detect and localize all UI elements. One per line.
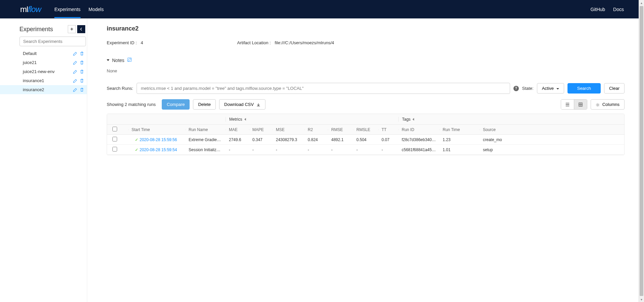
- col-run-name[interactable]: Run Name: [185, 127, 226, 132]
- tags-group[interactable]: Tags: [398, 117, 506, 122]
- columns-button[interactable]: Columns: [591, 99, 625, 110]
- trash-icon[interactable]: [80, 51, 84, 56]
- runs-table: Metrics Tags Start Time Run Name MAE MAP…: [107, 114, 625, 155]
- content-area: insurance2 Experiment ID : 4 Artifact Lo…: [87, 18, 644, 302]
- action-right: Columns: [561, 99, 625, 110]
- cell-r2: -: [304, 147, 328, 152]
- table-group-header: Metrics Tags: [107, 114, 624, 125]
- experiment-item[interactable]: insurance1: [0, 76, 87, 85]
- experiment-actions: [73, 87, 84, 92]
- col-start-time[interactable]: Start Time: [128, 127, 185, 132]
- edit-icon[interactable]: [73, 87, 78, 92]
- col-rmsle[interactable]: RMSLE: [353, 127, 378, 132]
- delete-button[interactable]: Delete: [193, 99, 216, 110]
- collapse-icon: [412, 118, 414, 121]
- edit-icon[interactable]: [73, 51, 78, 56]
- list-icon: [565, 102, 570, 107]
- experiment-actions: [73, 78, 84, 83]
- col-tt[interactable]: TT: [378, 127, 398, 132]
- edit-notes-icon[interactable]: [127, 57, 132, 63]
- status-ok-icon: ✓: [135, 147, 138, 152]
- cell-mae: -: [226, 147, 249, 152]
- state-dropdown[interactable]: Active: [537, 83, 564, 94]
- main-nav: Experiments Models: [54, 1, 591, 18]
- edit-icon[interactable]: [73, 60, 78, 65]
- collapse-icon: [244, 118, 246, 121]
- experiment-item[interactable]: Default: [0, 49, 87, 58]
- scroll-up-button[interactable]: ▴: [639, 0, 644, 5]
- experiment-item[interactable]: juice21-new-env: [0, 67, 87, 76]
- add-experiment-button[interactable]: +: [68, 25, 76, 33]
- search-experiments-input[interactable]: [19, 37, 86, 46]
- metrics-group[interactable]: Metrics: [226, 117, 398, 122]
- cell-rmsle: 0.504: [353, 137, 378, 142]
- chevron-left-icon: [80, 27, 83, 31]
- experiment-meta: Experiment ID : 4 Artifact Location : fi…: [107, 40, 625, 45]
- notes-header[interactable]: Notes: [107, 57, 625, 63]
- table-column-header: Start Time Run Name MAE MAPE MSE R2 RMSE…: [107, 125, 624, 135]
- notes-label: Notes: [112, 58, 125, 63]
- col-r2[interactable]: R2: [304, 127, 328, 132]
- col-run-time[interactable]: Run Time: [439, 127, 480, 132]
- col-run-id[interactable]: Run ID: [398, 127, 439, 132]
- help-icon[interactable]: ?: [513, 86, 519, 91]
- trash-icon[interactable]: [80, 87, 84, 92]
- run-link[interactable]: 2020-08-28 15:59:56: [140, 137, 177, 142]
- search-runs-input[interactable]: [137, 83, 510, 94]
- col-rmse[interactable]: RMSE: [328, 127, 353, 132]
- collapse-sidebar-button[interactable]: [77, 25, 85, 33]
- cell-source: create_mo: [480, 137, 506, 142]
- select-all-cell: [107, 127, 128, 132]
- list-view-button[interactable]: [561, 100, 574, 109]
- nav-experiments[interactable]: Experiments: [54, 1, 81, 18]
- col-mae[interactable]: MAE: [226, 127, 249, 132]
- experiment-name: juice21: [23, 60, 37, 65]
- caret-down-icon: [556, 88, 559, 89]
- cell-run-name: Session Initialized ...: [185, 147, 226, 152]
- search-button[interactable]: Search: [567, 83, 601, 94]
- select-all-checkbox[interactable]: [112, 127, 117, 131]
- sidebar-header: Experiments +: [19, 25, 87, 33]
- run-link[interactable]: 2020-08-28 15:59:54: [140, 147, 177, 152]
- download-csv-button[interactable]: Download CSV: [219, 99, 265, 110]
- sidebar-buttons: +: [68, 25, 85, 33]
- cell-run-id: f28c7d386eb3405...: [398, 137, 439, 142]
- gear-icon: [596, 103, 600, 107]
- trash-icon[interactable]: [80, 78, 84, 83]
- nav-github[interactable]: GitHub: [591, 7, 605, 12]
- col-mape[interactable]: MAPE: [249, 127, 273, 132]
- col-source[interactable]: Source: [480, 127, 506, 132]
- cell-mape: 0.347: [249, 137, 273, 142]
- col-mse[interactable]: MSE: [273, 127, 304, 132]
- cell-rmsle: -: [353, 147, 378, 152]
- cell-tt: 0.07: [378, 137, 398, 142]
- clear-button[interactable]: Clear: [604, 83, 625, 94]
- cell-run-time: 1.23: [439, 137, 480, 142]
- edit-icon[interactable]: [73, 69, 78, 74]
- nav-models[interactable]: Models: [89, 1, 104, 18]
- search-runs-label: Search Runs:: [107, 86, 133, 91]
- experiment-item[interactable]: juice21: [0, 58, 87, 67]
- experiment-actions: [73, 51, 84, 56]
- experiment-id-label: Experiment ID :: [107, 40, 137, 45]
- mlflow-logo: mlflow: [20, 5, 41, 14]
- state-label: State:: [522, 86, 534, 91]
- experiment-name: Default: [23, 51, 37, 56]
- scroll-down-button[interactable]: ▾: [639, 297, 644, 302]
- row-checkbox[interactable]: [112, 137, 117, 141]
- sidebar-title: Experiments: [19, 26, 53, 33]
- trash-icon[interactable]: [80, 60, 84, 65]
- compare-button[interactable]: Compare: [162, 99, 190, 110]
- nav-docs[interactable]: Docs: [613, 7, 624, 12]
- app-header: mlflow Experiments Models GitHub Docs: [0, 0, 644, 18]
- vertical-scrollbar[interactable]: ▴ ▾: [639, 0, 644, 302]
- experiment-item[interactable]: insurance2: [0, 85, 87, 94]
- edit-icon[interactable]: [73, 78, 78, 83]
- grid-view-button[interactable]: [574, 100, 587, 109]
- cell-mse: -: [273, 147, 304, 152]
- scroll-thumb[interactable]: [640, 6, 643, 296]
- trash-icon[interactable]: [80, 69, 84, 74]
- logo-flow: flow: [28, 5, 41, 14]
- row-checkbox[interactable]: [112, 147, 117, 152]
- cell-run-id: c5681f68841a459...: [398, 147, 439, 152]
